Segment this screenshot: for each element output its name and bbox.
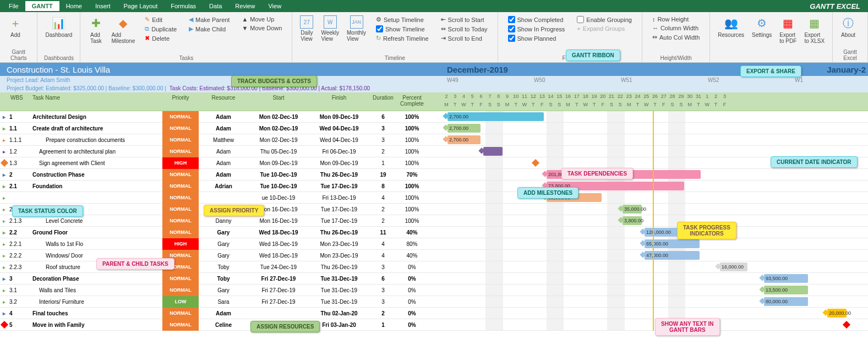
enable-grouping-check[interactable]: Enable Grouping xyxy=(575,15,634,24)
add-milestone-button[interactable]: ◆Add Milestone xyxy=(108,14,138,45)
make-child-button[interactable]: ▶Make Child xyxy=(187,25,232,33)
menu-home[interactable]: Home xyxy=(59,1,89,11)
task-plus-icon: ✚ xyxy=(88,15,103,31)
task-row[interactable]: ▸ 2.1 Foundation NORMAL Adrian Tue 10-De… xyxy=(0,181,868,192)
down-icon: ▼ xyxy=(242,25,248,31)
show-progress-check[interactable]: Show In Progress xyxy=(506,25,567,33)
export-xlsx-button[interactable]: ▦Export to XLSX xyxy=(801,14,828,45)
callout-add-milestones: ADD MILESTONES xyxy=(517,187,578,199)
refresh-timeline-button[interactable]: ↻Refresh Timeline xyxy=(374,34,431,42)
delete-button[interactable]: ✖Delete xyxy=(143,34,179,42)
up-icon: ▲ xyxy=(242,16,248,23)
group-dashboards: Dashboards xyxy=(42,54,75,61)
group-about: Gantt Excel xyxy=(837,48,863,61)
monthly-view-button[interactable]: JANMonthly View xyxy=(343,14,369,43)
resources-button[interactable]: 👥Resources xyxy=(714,14,747,45)
ribbon: ＋AddGantt Charts 📊DashboardDashboards ✚A… xyxy=(0,12,868,63)
milestone-icon: ◆ xyxy=(116,15,131,31)
outdent-icon: ◀ xyxy=(189,16,193,23)
task-row[interactable]: ▸ 2.2.1 Walls to 1st Flo HIGH Gary Wed 1… xyxy=(0,238,868,250)
group-timeline: Timeline xyxy=(297,54,493,61)
col-duration[interactable]: Duration xyxy=(369,92,397,111)
height-icon: ↕ xyxy=(652,16,656,23)
col-start[interactable]: Start xyxy=(248,92,309,111)
menu-gantt[interactable]: GANTT xyxy=(25,1,59,11)
add-gantt-button[interactable]: ＋Add xyxy=(4,14,26,39)
calendar-month-icon: JAN xyxy=(350,15,363,29)
col-pct[interactable]: Percent Complete xyxy=(397,92,427,111)
dashboard-button[interactable]: 📊Dashboard xyxy=(42,14,75,39)
pencil-icon: ✎ xyxy=(145,16,150,23)
about-button[interactable]: ⓘAbout xyxy=(837,14,859,39)
table-header: WBS Task Name Priority Resource Start Fi… xyxy=(0,92,868,111)
col-wbs[interactable]: WBS xyxy=(8,92,30,111)
menu-file[interactable]: File xyxy=(2,1,25,11)
menu-data[interactable]: Data xyxy=(203,1,228,11)
task-row[interactable]: ▸ 3.2 Interiors/ Furniture LOW Sara Fri … xyxy=(0,296,868,308)
setup-timeline-button[interactable]: ⚙Setup Timeline xyxy=(374,15,431,24)
task-row[interactable]: ▸ 4 Final touches NORMAL Adam Thu 02-Jan… xyxy=(0,308,868,319)
col-resource[interactable]: Resource xyxy=(199,92,248,111)
task-row[interactable]: ▸ 2.1.2 Pour Concrete NORMAL Danny Mon 1… xyxy=(0,204,868,215)
settings-button[interactable]: ⚙Settings xyxy=(749,14,775,45)
task-row[interactable]: ▸ 1.1 Create draft of architecture NORMA… xyxy=(0,123,868,134)
width-icon: ↔ xyxy=(652,25,658,31)
month-label-2: January-2 xyxy=(827,65,866,74)
menu-page-layout[interactable]: Page Layout xyxy=(117,1,164,11)
project-budget-line: Project Budget: Estimated: $325,000.00 |… xyxy=(0,84,868,92)
auto-icon: ⇔ xyxy=(652,34,657,41)
add-task-button[interactable]: ✚Add Task xyxy=(85,14,107,45)
move-down-button[interactable]: ▼Move Down xyxy=(239,24,284,32)
auto-width-button[interactable]: ⇔Auto Col Width xyxy=(650,33,702,41)
chart-icon: 📊 xyxy=(51,15,67,31)
show-timeline-button[interactable]: Show Timeline xyxy=(374,25,431,33)
menu-bar: File GANTT Home Insert Page Layout Formu… xyxy=(0,0,868,12)
expand-groups-button[interactable]: +Expand Groups xyxy=(575,25,634,32)
show-completed-check[interactable]: Show Completed xyxy=(506,15,567,24)
project-title: Construction - St. Louis Villa xyxy=(7,65,110,74)
delete-icon: ✖ xyxy=(145,35,150,42)
scroll-end-icon: ⇥ xyxy=(441,35,446,42)
task-row[interactable]: ▸ 3 Decoration Phase NORMAL Toby Fri 27-… xyxy=(0,273,868,285)
col-name[interactable]: Task Name xyxy=(30,92,162,111)
menu-insert[interactable]: Insert xyxy=(89,1,117,11)
export-pdf-button[interactable]: ▦Export to PDF xyxy=(776,14,800,45)
make-parent-button[interactable]: ◀Make Parent xyxy=(187,15,232,24)
group-height-width: Height/Width xyxy=(647,54,705,61)
task-row[interactable]: ▸ 2.2 Ground Floor NORMAL Gary Wed 18-De… xyxy=(0,227,868,238)
scroll-start-button[interactable]: ⇤Scroll to Start xyxy=(439,15,490,24)
col-priority[interactable]: Priority xyxy=(162,92,199,111)
show-timeline-check[interactable] xyxy=(376,25,383,32)
task-row[interactable]: ▸ 3.1 Walls and Tiles NORMAL Gary Fri 27… xyxy=(0,285,868,296)
task-row[interactable]: ▸ 1.1.1 Prepare construction documents N… xyxy=(0,134,868,146)
settings-icon: ⚙ xyxy=(754,15,769,31)
task-row[interactable]: ▸ 2 Construction Phase NORMAL Adam Tue 1… xyxy=(0,169,868,181)
menu-review[interactable]: Review xyxy=(228,1,261,11)
col-finish[interactable]: Finish xyxy=(309,92,369,111)
weekly-view-button[interactable]: WWeekly View xyxy=(318,14,342,43)
callout-parent-child: PARENT & CHILD TASKS xyxy=(96,258,174,270)
scroll-start-icon: ⇤ xyxy=(441,16,446,23)
duplicate-button[interactable]: ⧉Duplicate xyxy=(143,25,179,33)
menu-formulas[interactable]: Formulas xyxy=(164,1,203,11)
scroll-today-button[interactable]: ⇔Scroll to Today xyxy=(439,25,490,33)
pdf-icon: ▦ xyxy=(780,15,796,31)
task-row[interactable]: 5 Move in with Family NORMAL Celine Fri … xyxy=(0,319,868,331)
edit-button[interactable]: ✎Edit xyxy=(143,15,179,24)
xlsx-icon: ▦ xyxy=(807,15,822,31)
week-1: W1 xyxy=(795,77,803,83)
move-up-button[interactable]: ▲Move Up xyxy=(239,15,284,23)
col-width-button[interactable]: ↔Column Width xyxy=(650,24,702,32)
show-planned-check[interactable]: Show Planned xyxy=(506,34,567,42)
task-row[interactable]: ▸ 2.1.3 Level Concrete NORMAL Danny Mon … xyxy=(0,215,868,227)
menu-view[interactable]: View xyxy=(261,1,288,11)
week-52: W52 xyxy=(708,77,719,83)
row-height-button[interactable]: ↕Row Height xyxy=(650,15,702,23)
daily-view-button[interactable]: 27Daily View xyxy=(297,14,316,43)
task-row[interactable]: ▸ NORMAL ue 10-Dec-19 Fri 13-Dec-19 4 10… xyxy=(0,192,868,204)
task-row[interactable]: 1.3 Sign agreement with Client HIGH Adam… xyxy=(0,157,868,169)
task-row[interactable]: ▸ 1.2 Agreement to architectural plan NO… xyxy=(0,146,868,157)
task-row[interactable]: ▸ 1 Architectural Design NORMAL Adam Mon… xyxy=(0,111,868,123)
scroll-end-button[interactable]: ⇥Scroll to End xyxy=(439,34,490,42)
plus-icon: ＋ xyxy=(8,15,23,31)
